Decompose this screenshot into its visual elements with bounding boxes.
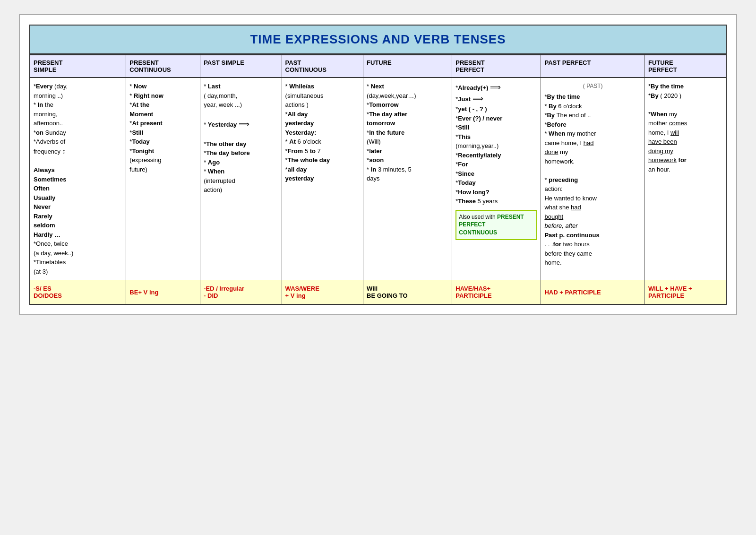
header-row: PRESENTSIMPLE PRESENTCONTINUOUS PAST SIM… xyxy=(30,55,726,78)
cell-past-perfect: ( PAST) *By the time * By 6 o'clock *By … xyxy=(541,78,645,280)
footer-present-perfect: HAVE/HAS+PARTICIPLE xyxy=(452,280,541,305)
content-row: *Every (day,morning ..) * In themorning,… xyxy=(30,78,726,280)
cell-present-simple: *Every (day,morning ..) * In themorning,… xyxy=(30,78,126,280)
footer-future: WillBE GOING TO xyxy=(363,280,452,305)
footer-past-simple: -ED / Irregular- DID xyxy=(200,280,282,305)
cell-present-continuous: * Now * Right now *At theMoment *At pres… xyxy=(126,78,200,280)
th-future-perfect: FUTUREPERFECT xyxy=(644,55,726,78)
th-past-continuous: PASTCONTINUOUS xyxy=(282,55,363,78)
also-used-box: Also used with PRESENTPERFECTCONTINUOUS xyxy=(455,210,537,240)
th-present-continuous: PRESENTCONTINUOUS xyxy=(126,55,200,78)
footer-present-simple: -S/ ESDO/DOES xyxy=(30,280,126,305)
cell-past-simple: * Last( day,month,year, week ...) * Yest… xyxy=(200,78,282,280)
title-bar: TIME EXPRESSIONS AND VERB TENSES xyxy=(29,25,727,54)
cell-past-continuous: * While/as(simultaneousactions ) *All da… xyxy=(282,78,363,280)
cell-present-perfect: *Already(+) ⟹ *Just ⟹ *yet ( - , ? ) *Ev… xyxy=(452,78,541,280)
page-title: TIME EXPRESSIONS AND VERB TENSES xyxy=(35,32,721,47)
cell-future: * Next(day,week,year…) *Tomorrow *The da… xyxy=(363,78,452,280)
cell-future-perfect: *By the time *By ( 2020 ) *When mymother… xyxy=(644,78,726,280)
footer-past-continuous: WAS/WERE+ V ing xyxy=(282,280,363,305)
th-past-simple: PAST SIMPLE xyxy=(200,55,282,78)
footer-present-continuous: BE+ V ing xyxy=(126,280,200,305)
th-present-simple: PRESENTSIMPLE xyxy=(30,55,126,78)
th-past-perfect: PAST PERFECT xyxy=(541,55,645,78)
main-table: PRESENTSIMPLE PRESENTCONTINUOUS PAST SIM… xyxy=(29,54,727,305)
footer-past-perfect: HAD + PARTICIPLE xyxy=(541,280,645,305)
th-present-perfect: PRESENTPERFECT xyxy=(452,55,541,78)
footer-future-perfect: WILL + HAVE +PARTICIPLE xyxy=(644,280,726,305)
page-container: TIME EXPRESSIONS AND VERB TENSES PRESENT… xyxy=(19,14,737,315)
th-future: FUTURE xyxy=(363,55,452,78)
footer-row: -S/ ESDO/DOES BE+ V ing -ED / Irregular-… xyxy=(30,280,726,305)
